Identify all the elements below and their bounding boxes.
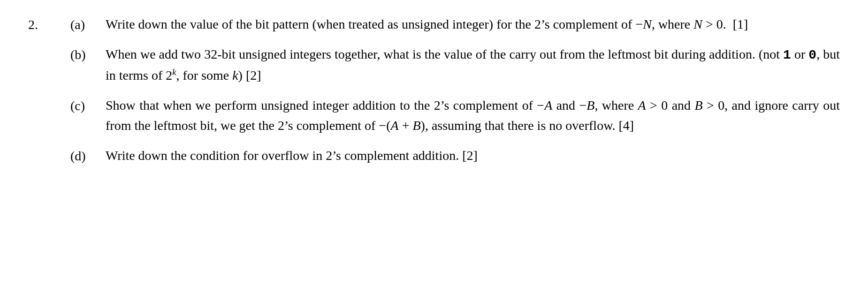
- part-d-text: Write down the condition for overflow in…: [106, 145, 840, 166]
- var-k: k: [232, 68, 238, 83]
- superscript-k: k: [172, 68, 176, 77]
- var-N-b: N: [693, 17, 702, 31]
- var-B-2: B: [695, 98, 703, 113]
- part-b-label: (b): [70, 44, 101, 86]
- var-A-1: A: [544, 98, 552, 113]
- question-container: 2. (a) Write down the value of the bit p…: [28, 14, 840, 166]
- part-d: (d) Write down the condition for overflo…: [70, 145, 840, 166]
- part-b: (b) When we add two 32-bit unsigned inte…: [70, 44, 840, 86]
- question-number: 2.: [28, 14, 70, 166]
- mono-0: 0: [808, 48, 816, 62]
- mono-1: 1: [783, 48, 791, 62]
- part-a-text: Write down the value of the bit pattern …: [106, 14, 840, 35]
- part-a-label: (a): [70, 14, 101, 35]
- part-c: (c) Show that when we perform unsigned i…: [70, 95, 840, 136]
- var-A-2: A: [638, 98, 646, 113]
- var-B-1: B: [586, 98, 594, 113]
- var-A-3: A: [391, 118, 399, 133]
- part-c-text: Show that when we perform unsigned integ…: [106, 95, 840, 136]
- part-d-label: (d): [70, 145, 101, 166]
- part-b-text: When we add two 32-bit unsigned integers…: [106, 44, 840, 86]
- var-N-a: N: [643, 17, 652, 31]
- parts-container: (a) Write down the value of the bit patt…: [70, 14, 840, 166]
- part-c-label: (c): [70, 95, 101, 136]
- var-B-3: B: [412, 118, 420, 133]
- part-a: (a) Write down the value of the bit patt…: [70, 14, 840, 35]
